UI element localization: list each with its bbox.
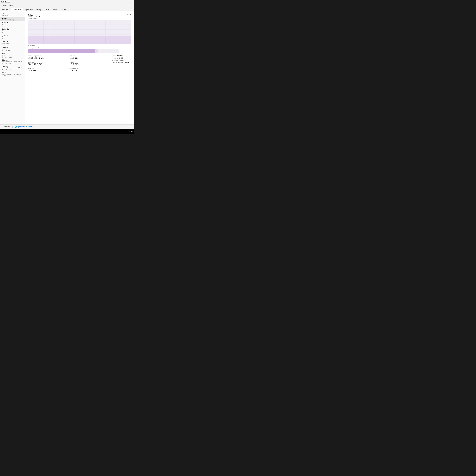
menu-view[interactable]: View: [8, 4, 14, 7]
available-label: Available: [69, 55, 109, 56]
resource-monitor-label: Open Resource Monitor: [17, 126, 33, 128]
sidebar-item-disk0[interactable]: Disk 0 (C:) 0 5: [0, 21, 25, 28]
tab-services[interactable]: Services: [59, 8, 68, 11]
sidebar-item-disk3[interactable]: Disk 3 (E:) Removable 5: [0, 40, 25, 46]
sidebar-disk2-sub2: 5: [2, 38, 24, 39]
graph-time-label: 30 seconds: [28, 45, 131, 46]
stat-non-paged-pool: Non-paged pool 1.2 GB: [69, 67, 109, 72]
window-title: Task Manager: [1, 1, 10, 3]
form-factor-label: Form factor:: [112, 60, 119, 61]
available-value: 16.1 GB: [69, 56, 109, 59]
tab-app-history[interactable]: App history: [23, 8, 34, 11]
sidebar-disk0-label: Disk 0 (C:): [2, 22, 24, 24]
sidebar-ethernet3-sub1: VMware Network Adapter VMnet8: [2, 67, 24, 69]
bottom-bar: Fewer details | Open Resource Monitor: [0, 124, 134, 129]
memory-graph: [28, 19, 131, 44]
sidebar-disk2-label: Disk 2 (F:): [2, 34, 24, 36]
task-manager-window: Task Manager — □ Options View Processes …: [0, 0, 134, 129]
stats-container: In use (Compressed) 31.3 GB (0 MB) Avail…: [28, 54, 131, 72]
paged-pool-label: Paged pool: [28, 68, 67, 69]
minimize-button[interactable]: —: [121, 0, 127, 4]
svg-marker-23: [28, 36, 131, 44]
memory-title: Memory: [28, 13, 40, 17]
sidebar-cpu-label: CPU: [2, 13, 24, 14]
cached-value: 15.9 GB: [69, 63, 109, 66]
tab-processes[interactable]: Processes: [0, 8, 11, 11]
sidebar-disk3-sub2: 5: [2, 44, 24, 45]
graph-section: Memory usage: [28, 18, 131, 46]
hw-reserved-value: 156 MB: [125, 62, 129, 63]
tab-performance[interactable]: Performance: [11, 8, 23, 11]
sidebar-item-ethernet2[interactable]: Ethernet VMware Network Adapter VMnet1 S…: [0, 58, 25, 65]
composition-label: Memory composition: [28, 47, 131, 49]
maximize-button[interactable]: □: [127, 0, 133, 4]
stat-paged-pool: Paged pool 942 MB: [28, 67, 67, 72]
slots-label: Slots used:: [112, 57, 118, 59]
speed-label: Speed:: [112, 55, 116, 56]
sidebar-item-wifi[interactable]: Wi-Fi Wi-Fi S: 0 R: 8.0 Kbps: [0, 52, 25, 58]
fewer-details-link[interactable]: Fewer details: [1, 126, 10, 128]
stat-in-use: In use (Compressed) 31.3 GB (0 MB): [28, 54, 67, 60]
tab-startup[interactable]: Startup: [34, 8, 43, 11]
sidebar-item-cpu[interactable]: CPU 5.38 GHz: [0, 12, 25, 17]
sidebar-ethernet2-sub2: S: 0 R: 0 Kbps: [2, 63, 24, 64]
sidebar-disk1-label: Disk 1 (D:): [2, 28, 24, 30]
sidebar-disk0-sub2: 5: [2, 25, 24, 27]
title-bar-controls: — □: [121, 0, 133, 4]
resource-monitor-icon: [15, 126, 17, 128]
sidebar-ethernet2-sub1: VMware Network Adapter VMnet1: [2, 61, 24, 63]
stat-available: Available 16.1 GB: [69, 54, 109, 60]
in-use-value: 31.3 GB (0 MB): [28, 56, 67, 59]
title-bar-left: Task Manager: [1, 1, 10, 3]
resource-monitor-link[interactable]: Open Resource Monitor: [15, 126, 33, 128]
form-factor-value: DIMM: [120, 60, 123, 61]
taskbar-show-hidden[interactable]: ^: [127, 131, 128, 132]
tab-users[interactable]: Users: [43, 8, 51, 11]
sidebar-item-disk2[interactable]: Disk 2 (F:) Removable 5: [0, 34, 25, 40]
comp-free: [119, 49, 131, 53]
stats-grid: In use (Compressed) 31.3 GB (0 MB) Avail…: [28, 54, 109, 72]
stat-slots-row: Slots used: 2 of 2: [112, 57, 131, 59]
memory-header: Memory 48.0 GB: [28, 13, 131, 17]
taskbar-volume[interactable]: 🔊: [131, 131, 133, 132]
sidebar-item-gpu0[interactable]: GPU 0 Intel(R) Arc(TM) A770 Graphics 5 (…: [0, 71, 25, 77]
memory-total-value: 48.0 GB: [125, 13, 131, 15]
composition-section: Memory composition: [28, 47, 131, 53]
tab-bar: Processes Performance App history Startu…: [0, 7, 134, 11]
graph-label: Memory usage: [28, 18, 131, 19]
tab-details[interactable]: Details: [51, 8, 59, 11]
stat-speed-row: Speed: 8600 MHz: [112, 55, 131, 56]
sidebar-cpu-sub: 5.38 GHz: [2, 14, 24, 16]
sidebar-ethernet1-sub2: S: 8.0 R: 104 Kbps: [2, 50, 24, 51]
in-use-label: In use (Compressed): [28, 55, 67, 56]
committed-value: 38.2/52.5 GB: [28, 63, 67, 66]
title-bar: Task Manager — □: [0, 0, 134, 4]
stats-right: Speed: 8600 MHz Slots used: 2 of 2 Form …: [112, 54, 131, 72]
sidebar-ethernet3-label: Ethernet: [2, 66, 24, 67]
composition-bar: [28, 49, 131, 53]
taskbar: ^ ⊡ 🔊: [0, 129, 134, 134]
sidebar: CPU 5.38 GHz Memory 32.8/47.8 GB (67%) D…: [0, 11, 25, 124]
stat-committed: Committed 38.2/52.5 GB: [28, 61, 67, 66]
sidebar-disk3-label: Disk 3 (E:): [2, 41, 24, 42]
menu-bar: Options View: [0, 4, 134, 7]
speed-value: 8600 MHz: [117, 55, 123, 56]
stats-left: In use (Compressed) 31.3 GB (0 MB) Avail…: [28, 54, 109, 72]
sidebar-disk1-sub1: 0: [2, 30, 24, 32]
sidebar-item-ethernet3[interactable]: Ethernet VMware Network Adapter VMnet8 S…: [0, 65, 25, 71]
stat-cached: Cached 15.9 GB: [69, 61, 109, 66]
sidebar-wifi-label: Wi-Fi: [2, 53, 24, 55]
sidebar-ethernet2-label: Ethernet: [2, 59, 24, 61]
sidebar-disk3-sub1: Removable: [2, 42, 24, 44]
menu-options[interactable]: Options: [0, 4, 8, 7]
sidebar-item-ethernet1[interactable]: Ethernet Ethernet S: 8.0 R: 104 Kbps: [0, 46, 25, 52]
sidebar-disk0-sub1: 0: [2, 24, 24, 25]
sidebar-gpu0-sub1: Intel(R) Arc(TM) A770 Graphics: [2, 73, 24, 75]
sidebar-item-memory[interactable]: Memory 32.8/47.8 GB (67%): [0, 17, 25, 21]
sidebar-item-disk1[interactable]: Disk 1 (D:) 0 5: [0, 28, 25, 34]
non-paged-pool-label: Non-paged pool: [69, 68, 109, 69]
comp-modified: [95, 49, 98, 53]
taskbar-network[interactable]: ⊡: [129, 131, 130, 132]
comp-standby: [98, 49, 119, 53]
sidebar-memory-sub: 32.8/47.8 GB (67%): [2, 19, 24, 21]
